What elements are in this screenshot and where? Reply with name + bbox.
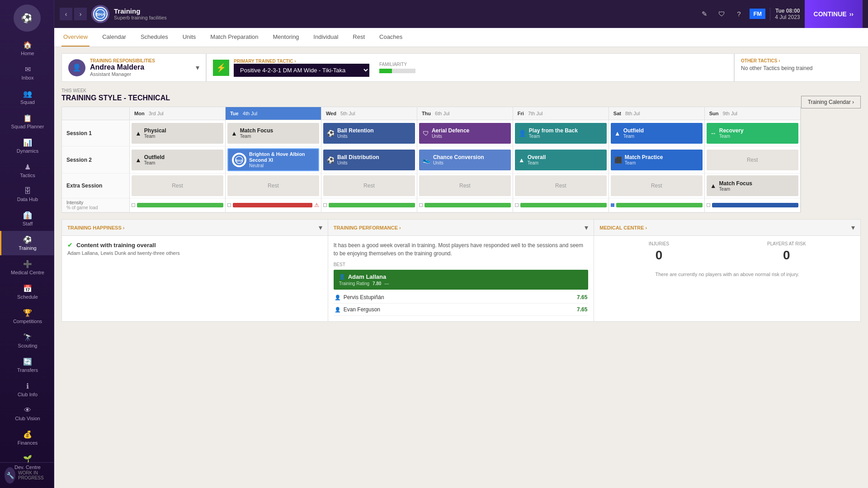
es-sat-block[interactable]: Rest [611, 175, 703, 196]
s1-sat-block[interactable]: ▲ Outfield Team [611, 123, 703, 144]
resp-dropdown-icon[interactable]: ▾ [196, 63, 199, 72]
es-thu-block[interactable]: Rest [419, 175, 511, 196]
ball-retention-icon: ⚽ [327, 130, 335, 137]
continue-button[interactable]: CONTINUE ›› [805, 0, 863, 28]
tab-calendar[interactable]: Calendar [100, 28, 128, 47]
s1-tue-block[interactable]: ▲ Match Focus Team [227, 123, 319, 144]
happiness-toggle[interactable]: ▾ [319, 223, 322, 232]
s1-sun[interactable]: ↔ Recovery Team [705, 120, 801, 146]
tab-overview[interactable]: Overview [61, 28, 90, 47]
tab-schedules[interactable]: Schedules [139, 28, 170, 47]
s2-mon[interactable]: ▲ Outfield Team [130, 146, 226, 173]
sidebar-item-finances[interactable]: 💰 Finances [0, 426, 54, 450]
s2-tue[interactable]: BHA Brighton & Hove Albion Second XI Neu… [226, 146, 321, 173]
tab-individual[interactable]: Individual [311, 28, 340, 47]
sidebar-item-training[interactable]: ⚽ Training [0, 231, 54, 255]
s1-tue[interactable]: ▲ Match Focus Team [226, 120, 321, 146]
medical-centre-panel: MEDICAL CENTRE › ▾ INJURIES 0 PLAYERS AT… [594, 220, 860, 321]
tactic-select[interactable]: Positive 4-2-3-1 DM AM Wide - Tiki-Taka [234, 64, 369, 77]
shield-button[interactable]: 🛡 [715, 8, 728, 20]
s2-fri[interactable]: ▲ Overall Team [513, 146, 609, 173]
s1-mon[interactable]: ▲ Physical Team [130, 120, 226, 146]
sidebar-item-inbox[interactable]: ✉ Inbox [0, 61, 54, 85]
sidebar-item-schedule[interactable]: 📅 Schedule [0, 280, 54, 304]
s2-fri-block[interactable]: ▲ Overall Team [515, 150, 607, 170]
training-happiness-panel: TRAINING HAPPINESS › ▾ ✔ Content with tr… [62, 220, 328, 321]
medical-toggle[interactable]: ▾ [851, 223, 855, 232]
es-tue[interactable]: Rest [226, 174, 321, 198]
happiness-status: ✔ Content with training overall [67, 241, 322, 249]
s1-sat[interactable]: ▲ Outfield Team [609, 120, 705, 146]
tab-coaches[interactable]: Coaches [377, 28, 404, 47]
nav-forward-button[interactable]: › [74, 8, 87, 20]
sidebar-label-finances: Finances [18, 440, 38, 446]
sidebar-item-dynamics[interactable]: 📊 Dynamics [0, 134, 54, 158]
best-player-row[interactable]: 👤 Adam Lallana Training Rating 7.80 — [334, 270, 589, 290]
sidebar-item-medical[interactable]: ➕ Medical Centre [0, 255, 54, 280]
tab-units[interactable]: Units [181, 28, 198, 47]
s2-sat-block[interactable]: ⬛ Match Practice Team [611, 150, 703, 170]
datetime: Tue 08:00 4 Jul 2023 [770, 8, 800, 20]
s2-tue-block[interactable]: BHA Brighton & Hove Albion Second XI Neu… [227, 148, 319, 171]
performance-content: It has been a good week overall in train… [328, 236, 594, 321]
s2-thu-block[interactable]: 👟 Chance Conversion Units [419, 150, 511, 170]
performance-title: TRAINING PERFORMANCE › [334, 225, 401, 230]
s2-sat[interactable]: ⬛ Match Practice Team [609, 146, 705, 173]
es-tue-block[interactable]: Rest [227, 175, 319, 196]
sidebar-item-competitions[interactable]: 🏆 Competitions [0, 304, 54, 328]
es-wed[interactable]: Rest [321, 174, 417, 198]
s2-wed-block[interactable]: ⚽ Ball Distribution Units [323, 150, 415, 170]
sidebar-item-scouting[interactable]: 🔭 Scouting [0, 328, 54, 353]
s2-mon-block[interactable]: ▲ Outfield Team [132, 150, 223, 170]
es-sat[interactable]: Rest [609, 174, 705, 198]
sidebar-item-squad-planner[interactable]: 📋 Squad Planner [0, 109, 54, 134]
s1-thu[interactable]: 🛡 Aerial Defence Units [417, 120, 513, 146]
training-header: 👤 TRAINING RESPONSIBILITIES Andrea Malde… [61, 53, 861, 82]
content-area: 👤 TRAINING RESPONSIBILITIES Andrea Malde… [54, 47, 868, 328]
session1-label: Session 1 [62, 120, 130, 146]
nav-back-button[interactable]: ‹ [60, 8, 72, 20]
sidebar-item-transfers[interactable]: 🔄 Transfers [0, 353, 54, 377]
int-sat-indicator [611, 203, 614, 207]
performance-toggle[interactable]: ▾ [585, 223, 588, 232]
sidebar-item-data-hub[interactable]: 🗄 Data Hub [0, 183, 54, 206]
s2-sun-block[interactable]: Rest [707, 150, 798, 170]
s1-fri[interactable]: 👤 Play from the Back Team [513, 120, 609, 146]
es-fri-block[interactable]: Rest [515, 175, 607, 196]
int-mon [130, 198, 226, 212]
es-mon[interactable]: Rest [130, 174, 226, 198]
s1-thu-block[interactable]: 🛡 Aerial Defence Units [419, 123, 511, 144]
sidebar-item-club-info[interactable]: ℹ Club Info [0, 377, 54, 402]
s1-wed[interactable]: ⚽ Ball Retention Units [321, 120, 417, 146]
happy-icon: ✔ [67, 241, 73, 249]
s1-fri-block[interactable]: 👤 Play from the Back Team [515, 123, 607, 144]
help-button[interactable]: ? [732, 8, 745, 20]
sidebar-label-medical: Medical Centre [11, 270, 44, 275]
sidebar-item-squad[interactable]: 👥 Squad [0, 85, 54, 109]
es-sun-block[interactable]: ▲ Match Focus Team [707, 175, 798, 196]
s2-wed[interactable]: ⚽ Ball Distribution Units [321, 146, 417, 173]
tab-rest[interactable]: Rest [351, 28, 367, 47]
sidebar-item-tactics[interactable]: ♟ Tactics [0, 158, 54, 183]
s1-wed-block[interactable]: ⚽ Ball Retention Units [323, 123, 415, 144]
sidebar-item-club-vision[interactable]: 👁 Club Vision [0, 402, 54, 426]
s2-sun[interactable]: Rest [705, 146, 801, 173]
es-fri[interactable]: Rest [513, 174, 609, 198]
es-thu[interactable]: Rest [417, 174, 513, 198]
s1-sun-block[interactable]: ↔ Recovery Team [707, 123, 798, 144]
sidebar-item-home[interactable]: 🏠 Home [0, 36, 54, 61]
tab-mentoring[interactable]: Mentoring [271, 28, 301, 47]
player-row-2[interactable]: 👤 Evan Ferguson 7.65 [334, 304, 589, 316]
training-calendar-button[interactable]: Training Calendar › [801, 96, 861, 108]
edit-button[interactable]: ✎ [698, 8, 711, 20]
s1-mon-block[interactable]: ▲ Physical Team [132, 123, 223, 144]
s2-thu[interactable]: 👟 Chance Conversion Units [417, 146, 513, 173]
es-sun[interactable]: ▲ Match Focus Team [705, 174, 801, 198]
int-tue-indicator [227, 203, 231, 207]
es-mon-block[interactable]: Rest [132, 175, 223, 196]
es-wed-block[interactable]: Rest [323, 175, 415, 196]
sidebar-item-staff[interactable]: 👔 Staff [0, 206, 54, 231]
player-row-1[interactable]: 👤 Pervis Estupiñán 7.65 [334, 291, 589, 304]
resp-title: Assistant Manager [90, 71, 155, 77]
tab-match-prep[interactable]: Match Preparation [208, 28, 260, 47]
